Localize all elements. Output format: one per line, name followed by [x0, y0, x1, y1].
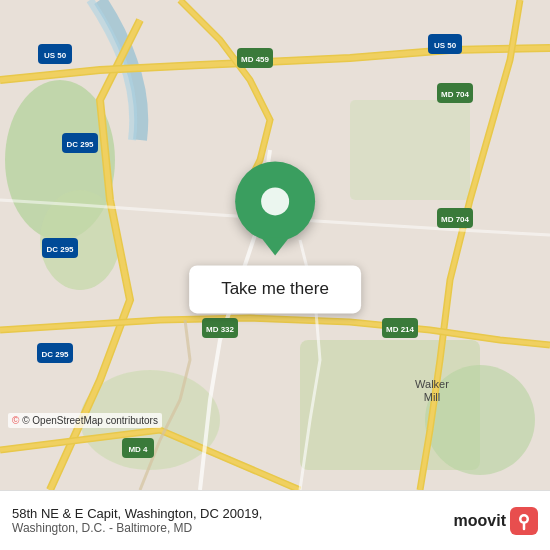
svg-text:MD 459: MD 459	[241, 55, 270, 64]
take-me-there-button[interactable]: Take me there	[189, 265, 361, 313]
svg-text:MD 4: MD 4	[128, 445, 148, 454]
svg-text:US 50: US 50	[44, 51, 67, 60]
info-bar: 58th NE & E Capit, Washington, DC 20019,…	[0, 490, 550, 550]
svg-text:MD 332: MD 332	[206, 325, 235, 334]
svg-text:DC 295: DC 295	[66, 140, 94, 149]
location-pin	[235, 161, 315, 241]
svg-text:US 50: US 50	[434, 41, 457, 50]
pin-inner-dot	[261, 187, 289, 215]
address-line1: 58th NE & E Capit, Washington, DC 20019,	[12, 506, 262, 521]
svg-text:MD 704: MD 704	[441, 215, 470, 224]
osm-attribution-text: © OpenStreetMap contributors	[22, 415, 158, 426]
svg-text:DC 295: DC 295	[46, 245, 74, 254]
svg-text:Walker: Walker	[415, 378, 449, 390]
moovit-logo: moovit	[454, 507, 538, 535]
moovit-icon	[510, 507, 538, 535]
svg-text:Mill: Mill	[424, 391, 441, 403]
osm-attribution: © © OpenStreetMap contributors	[8, 413, 162, 428]
osm-copyright-icon: ©	[12, 415, 19, 426]
svg-rect-6	[350, 100, 470, 200]
svg-point-33	[522, 516, 527, 521]
location-popup: Take me there	[189, 161, 361, 313]
moovit-brand-text: moovit	[454, 512, 506, 530]
svg-text:MD 214: MD 214	[386, 325, 415, 334]
svg-text:MD 704: MD 704	[441, 90, 470, 99]
map-container: US 50 US 50 MD 459 MD 704 MD 704 DC 295 …	[0, 0, 550, 490]
address-line2: Washington, D.C. - Baltimore, MD	[12, 521, 262, 535]
svg-text:DC 295: DC 295	[41, 350, 69, 359]
address-section: 58th NE & E Capit, Washington, DC 20019,…	[12, 506, 262, 535]
